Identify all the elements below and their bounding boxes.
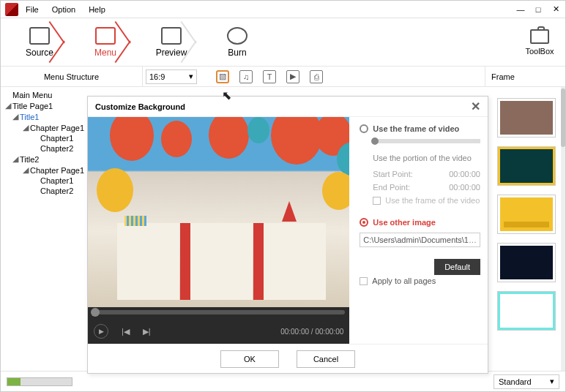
preview-image: [88, 117, 349, 307]
document-icon: [29, 27, 50, 45]
toolbox-icon: [530, 29, 549, 44]
save-icon[interactable]: ⎙: [310, 70, 323, 83]
step-burn[interactable]: Burn: [204, 27, 270, 58]
next-icon[interactable]: ▶|: [143, 327, 151, 336]
customize-background-dialog: Customize Background ✕ ▶ |◀ ▶| 00:00:00 …: [87, 96, 488, 374]
tree-item[interactable]: Chapter1: [2, 176, 86, 186]
window-maximize-icon[interactable]: □: [533, 5, 543, 14]
video-preview: ▶ |◀ ▶| 00:00:00 / 00:00:00: [88, 117, 349, 344]
frame-thumb[interactable]: [498, 292, 555, 330]
menu-help[interactable]: Help: [89, 5, 105, 14]
window-close-icon[interactable]: ✕: [551, 4, 561, 14]
portion-hint: Use the portion of the video: [373, 154, 480, 162]
play-rect-icon: [161, 27, 182, 45]
frame-panel-label: Frame: [485, 67, 565, 86]
tree-item[interactable]: ◢Title2: [2, 154, 86, 165]
apply-all-checkbox[interactable]: Apply to all pages: [360, 276, 480, 285]
checkbox-icon: [360, 277, 368, 285]
menu-option[interactable]: Option: [52, 5, 75, 14]
start-point-value[interactable]: 00:00:00: [449, 170, 480, 178]
menu-file[interactable]: File: [26, 5, 39, 14]
play-icon[interactable]: ▶: [94, 324, 108, 339]
ok-button[interactable]: OK: [220, 350, 279, 368]
aspect-select[interactable]: 16:9▾: [146, 69, 197, 84]
tree-item[interactable]: ◢Chapter Page1: [2, 165, 86, 176]
chevron-down-icon: ▾: [550, 377, 554, 386]
tree-item[interactable]: ◢Chapter Page1: [2, 122, 86, 133]
frame-thumb[interactable]: [498, 195, 555, 233]
tree-item[interactable]: Chapter2: [2, 143, 86, 154]
tree-item[interactable]: Chapter1: [2, 133, 86, 143]
frame-thumb[interactable]: [498, 244, 555, 282]
frame-list: [498, 99, 559, 330]
time-display: 00:00:00 / 00:00:00: [280, 328, 343, 336]
frame-thumb[interactable]: [498, 99, 555, 137]
image-icon: [95, 27, 116, 45]
toolbox-button[interactable]: ToolBox: [514, 29, 565, 56]
dialog-title: Customize Background: [95, 102, 185, 111]
frame-thumb[interactable]: [498, 147, 555, 185]
tree-item[interactable]: Chapter2: [2, 186, 86, 196]
tree-item[interactable]: ◢Title1: [2, 111, 86, 122]
menu-tree[interactable]: Main Menu◢Title Page1◢Title1◢Chapter Pag…: [1, 87, 87, 371]
standard-select[interactable]: Standard▾: [494, 374, 559, 389]
end-point-value[interactable]: 00:00:00: [449, 183, 480, 192]
music-icon[interactable]: ♫: [239, 70, 253, 83]
use-frame-radio[interactable]: Use the frame of video: [360, 124, 480, 133]
default-button[interactable]: Default: [434, 259, 480, 275]
tree-item[interactable]: ◢Title Page1: [2, 100, 86, 111]
cancel-button[interactable]: Cancel: [297, 350, 355, 368]
close-icon[interactable]: ✕: [471, 99, 480, 113]
background-icon[interactable]: ▧: [216, 70, 229, 83]
image-path-input[interactable]: C:\Users\admin\Documents\1 …: [360, 233, 480, 247]
radio-icon: [360, 124, 368, 133]
checkbox-icon: [373, 197, 381, 205]
text-icon[interactable]: T: [263, 70, 276, 83]
menu-structure-label: Menu Structure: [1, 67, 143, 86]
radio-icon: [360, 218, 368, 227]
app-icon: [5, 3, 18, 16]
scrollbar[interactable]: [561, 87, 565, 371]
disc-icon: [227, 27, 247, 45]
prev-icon[interactable]: |◀: [122, 327, 130, 336]
browse-button[interactable]: …: [469, 235, 477, 244]
button-icon[interactable]: ▶: [286, 70, 299, 83]
window-minimize-icon[interactable]: —: [515, 5, 526, 14]
tree-item[interactable]: Main Menu: [2, 90, 86, 100]
use-other-image-radio[interactable]: Use other image: [360, 218, 480, 227]
progress-bar: [7, 377, 72, 386]
seek-bar[interactable]: [92, 310, 345, 314]
chevron-down-icon: ▾: [189, 72, 193, 81]
mini-seek-bar[interactable]: [373, 139, 480, 143]
